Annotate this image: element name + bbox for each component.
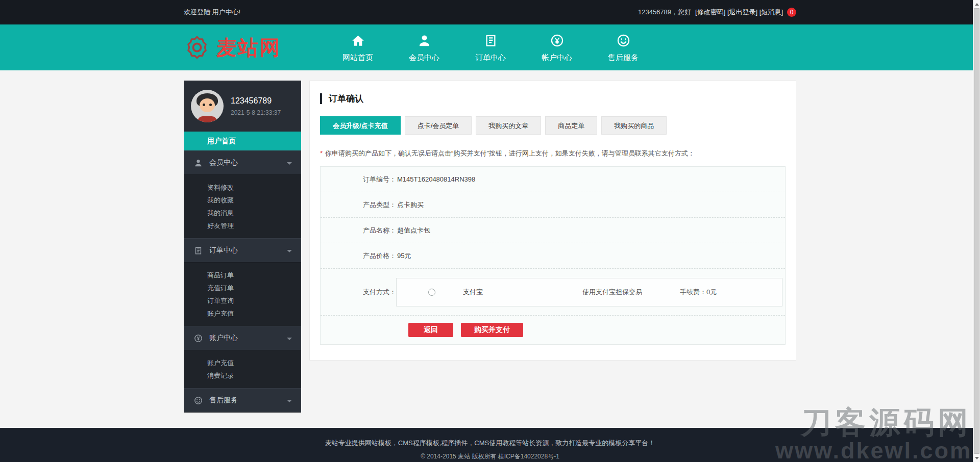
- sidebar-item-favorites[interactable]: 我的收藏: [184, 194, 301, 207]
- payment-method-label: 支付方式：: [321, 288, 396, 297]
- order-table: 订单编号：M145T1620480814RN398产品类型：点卡购买产品名称：超…: [320, 166, 786, 345]
- row-label: 产品价格：: [321, 251, 396, 261]
- alipay-fee: 手续费：0元: [680, 288, 782, 297]
- sidebar-section-label: 账户中心: [209, 333, 238, 343]
- footer-copyright: © 2014-2015 麦站 版权所有 桂ICP备14022028号-1: [0, 452, 980, 461]
- nav-item-account[interactable]: 帐户中心: [524, 33, 590, 63]
- sidebar-section-label: 订单中心: [209, 246, 238, 255]
- payment-method-row: 支付方式： 支付宝 使用支付宝担保交易 手续费：0元: [321, 269, 785, 316]
- chevron-down-icon: [287, 162, 292, 165]
- sidebar-item-account-recharge[interactable]: 账户充值: [184, 307, 301, 320]
- sidebar-item-my-messages[interactable]: 我的消息: [184, 207, 301, 219]
- member-icon: [418, 34, 431, 47]
- tab-purchased-articles[interactable]: 我购买的文章: [476, 116, 541, 135]
- sidebar-section-member[interactable]: 会员中心: [184, 150, 301, 175]
- sidebar-section-label: 售后服务: [209, 396, 238, 405]
- tab-card-orders[interactable]: 点卡/会员定单: [405, 116, 472, 135]
- sidebar-section-orders[interactable]: 订单中心: [184, 238, 301, 263]
- required-asterisk: *: [320, 149, 323, 157]
- topbar-link-logout[interactable]: [退出登录]: [727, 8, 757, 16]
- nav-item-home[interactable]: 网站首页: [325, 33, 391, 63]
- order-row-order-number: 订单编号：M145T1620480814RN398: [321, 167, 785, 192]
- main-header: 麦站网 网站首页会员中心订单中心帐户中心售后服务: [0, 24, 980, 70]
- sidebar-item-goods-orders[interactable]: 商品订单: [184, 269, 301, 281]
- service-icon: [194, 396, 203, 405]
- order-row-product-type: 产品类型：点卡购买: [321, 192, 785, 218]
- nav-item-label: 网站首页: [325, 53, 391, 63]
- alipay-name: 支付宝: [463, 288, 545, 297]
- sidebar-item-order-query[interactable]: 订单查询: [184, 294, 301, 307]
- order-row-product-price: 产品价格：95元: [321, 243, 785, 269]
- order-confirm-card: 订单确认 会员升级/点卡充值点卡/会员定单我购买的文章商品定单我购买的商品 *你…: [309, 81, 796, 361]
- vertical-scrollbar[interactable]: [973, 0, 980, 462]
- sidebar-submenu-orders: 商品订单充值订单订单查询账户充值: [184, 263, 301, 326]
- message-count-badge[interactable]: 0: [787, 8, 796, 17]
- scrollbar-thumb[interactable]: [974, 8, 979, 454]
- sidebar-section-service[interactable]: 售后服务: [184, 388, 301, 413]
- main-area: 123456789 2021-5-8 21:33:37 用户首页 会员中心资料修…: [0, 70, 980, 428]
- sidebar-item-profile-edit[interactable]: 资料修改: [184, 181, 301, 194]
- order-icon: [484, 34, 498, 47]
- nav-item-orders[interactable]: 订单中心: [457, 33, 524, 63]
- sidebar-item-user-home[interactable]: 用户首页: [184, 132, 301, 150]
- scrollbar-up-icon[interactable]: [973, 0, 980, 8]
- avatar: [191, 90, 224, 122]
- nav-item-member[interactable]: 会员中心: [391, 33, 457, 63]
- logo-text: 麦站网: [216, 34, 281, 62]
- topbar-link-messages[interactable]: [短消息]: [760, 8, 783, 16]
- page-title: 订单确认: [320, 93, 786, 104]
- sidebar-item-expense-records[interactable]: 消费记录: [184, 369, 301, 382]
- welcome-text: 欢迎登陆 用户中心!: [184, 8, 240, 17]
- scrollbar-down-icon[interactable]: [973, 454, 980, 462]
- row-value: 点卡购买: [397, 200, 424, 210]
- nav-item-service[interactable]: 售后服务: [590, 33, 656, 63]
- back-button[interactable]: 返回: [408, 323, 453, 337]
- sidebar-username: 123456789: [231, 96, 281, 106]
- page-footer: 麦站专业提供网站模板，CMS程序模板,程序插件，CMS使用教程等站长资源，致力打…: [0, 428, 980, 462]
- top-bar: 欢迎登陆 用户中心! 123456789，您好 [修改密码] [退出登录] [短…: [0, 0, 980, 24]
- nav-item-label: 会员中心: [391, 53, 457, 63]
- nav-item-label: 帐户中心: [524, 53, 590, 63]
- buy-and-pay-button[interactable]: 购买并支付: [461, 323, 523, 337]
- sidebar-item-recharge-orders[interactable]: 充值订单: [184, 281, 301, 294]
- tab-goods-orders[interactable]: 商品定单: [545, 116, 597, 135]
- chevron-down-icon: [287, 400, 292, 402]
- chevron-down-icon: [287, 338, 292, 340]
- sidebar-submenu-member: 资料修改我的收藏我的消息好友管理: [184, 175, 301, 238]
- alipay-option-box: 支付宝 使用支付宝担保交易 手续费：0元: [396, 278, 782, 306]
- sidebar-item-friends[interactable]: 好友管理: [184, 219, 301, 232]
- sidebar-section-account[interactable]: 账户中心: [184, 326, 301, 350]
- user-profile-block: 123456789 2021-5-8 21:33:37: [184, 81, 301, 132]
- row-value: 95元: [397, 251, 411, 261]
- nav-item-label: 售后服务: [590, 53, 656, 63]
- order-icon: [194, 246, 203, 255]
- site-logo[interactable]: 麦站网: [184, 34, 312, 62]
- alipay-radio[interactable]: [428, 289, 435, 296]
- main-nav: 网站首页会员中心订单中心帐户中心售后服务: [325, 33, 656, 63]
- tab-purchased-goods[interactable]: 我购买的商品: [601, 116, 667, 135]
- alipay-description: 使用支付宝担保交易: [545, 288, 680, 297]
- chevron-down-icon: [287, 250, 292, 252]
- row-label: 产品名称：: [321, 226, 396, 235]
- payment-note: *你申请购买的产品如下，确认无误后请点击“购买并支付”按钮，进行网上支付，如果支…: [320, 149, 786, 158]
- row-value: 超值点卡包: [397, 226, 430, 235]
- row-value: M145T1620480814RN398: [397, 175, 475, 183]
- gear-logo-icon: [184, 34, 210, 61]
- member-icon: [194, 159, 203, 167]
- action-button-row: 返回 购买并支付: [321, 316, 785, 344]
- row-label: 订单编号：: [321, 175, 396, 184]
- sidebar-login-time: 2021-5-8 21:33:37: [231, 109, 281, 116]
- tabs-bar: 会员升级/点卡充值点卡/会员定单我购买的文章商品定单我购买的商品: [320, 116, 786, 135]
- note-text: 你申请购买的产品如下，确认无误后请点击“购买并支付”按钮，进行网上支付，如果支付…: [325, 149, 695, 157]
- sidebar-section-label: 会员中心: [209, 158, 238, 167]
- nav-item-label: 订单中心: [457, 53, 524, 63]
- footer-slogan: 麦站专业提供网站模板，CMS程序模板,程序插件，CMS使用教程等站长资源，致力打…: [0, 428, 980, 448]
- row-label: 产品类型：: [321, 200, 396, 210]
- sidebar: 123456789 2021-5-8 21:33:37 用户首页 会员中心资料修…: [184, 81, 301, 413]
- sidebar-submenu-account: 账户充值消费记录: [184, 350, 301, 388]
- sidebar-item-recharge[interactable]: 账户充值: [184, 356, 301, 369]
- tab-member-upgrade[interactable]: 会员升级/点卡充值: [320, 116, 401, 135]
- account-icon: [550, 34, 564, 47]
- topbar-link-change-password[interactable]: [修改密码]: [695, 8, 725, 16]
- user-greeting: 123456789，您好: [638, 8, 691, 17]
